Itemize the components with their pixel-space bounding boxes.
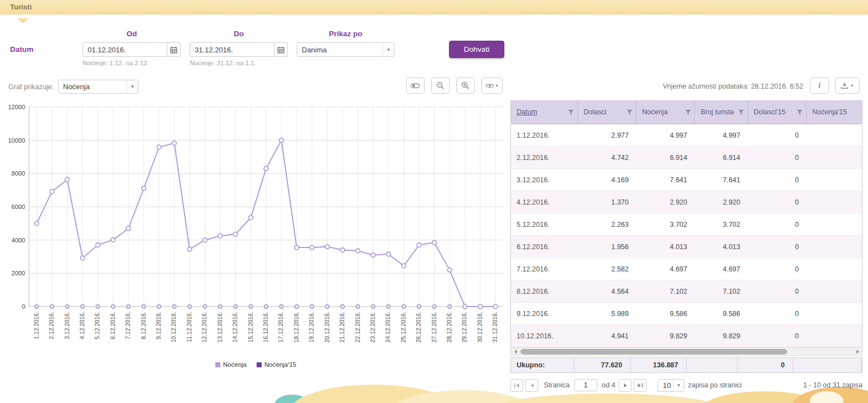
page-tab-turisti[interactable]: Turisti: [10, 3, 32, 11]
column-label: Dolasci'15: [754, 108, 797, 116]
filter-icon[interactable]: [568, 109, 574, 115]
column-header-1[interactable]: Dolasci: [578, 101, 636, 124]
calendar-icon-button[interactable]: [167, 42, 181, 57]
graf-select[interactable]: Noćenja ▼: [58, 80, 138, 94]
table-body: 1.12.2016.2.9774.9974.99702.12.2016.4.74…: [511, 124, 862, 347]
cell-dolasci15: 0: [748, 280, 807, 302]
next-page-button[interactable]: [619, 379, 631, 392]
table-row[interactable]: 10.12.2016.4.9419.8299.8290: [511, 325, 862, 347]
decoration-yellow-circle: [491, 394, 725, 403]
svg-text:22.12.2016.: 22.12.2016.: [354, 312, 361, 342]
calendar-icon: [170, 46, 177, 54]
filter-icon[interactable]: [626, 109, 633, 115]
scroll-right-icon[interactable]: [853, 348, 862, 355]
column-label: Noćenja: [642, 108, 685, 116]
chevron-down-icon: ▼: [383, 43, 394, 56]
svg-text:23.12.2016.: 23.12.2016.: [369, 312, 376, 342]
totals-label: Ukupno:: [511, 358, 575, 372]
chevron-down-icon: ▼: [673, 380, 684, 391]
table-row[interactable]: 7.12.2016.2.5824.6974.6970: [511, 258, 862, 280]
filter-icon[interactable]: [797, 109, 803, 115]
svg-text:4000: 4000: [12, 237, 25, 244]
cell-nocenja: 4.697: [636, 258, 695, 280]
cell-nocenja: 3.702: [636, 213, 695, 235]
series-visibility-button[interactable]: ▼: [481, 77, 503, 94]
svg-text:16.12.2016.: 16.12.2016.: [262, 312, 269, 342]
table-row[interactable]: 8.12.2016.4.5647.1027.1020: [511, 280, 862, 303]
zoom-in-button[interactable]: [456, 77, 475, 94]
calendar-icon-button[interactable]: [274, 42, 288, 57]
table-header-row: DatumDolasciNoćenjaBroj turistaDolasci'1…: [511, 101, 862, 124]
svg-text:31.12.2016.: 31.12.2016.: [491, 312, 498, 342]
legend-swatch: [257, 362, 262, 367]
totals-dolasci: 77.620: [575, 358, 630, 372]
column-header-0[interactable]: Datum: [511, 101, 578, 124]
zoom-in-icon: [461, 81, 470, 90]
scroll-left-icon[interactable]: [511, 348, 519, 355]
page-number-input[interactable]: [574, 379, 597, 391]
column-header-4[interactable]: Dolasci'15: [748, 101, 807, 124]
column-header-2[interactable]: Noćenja: [636, 101, 695, 124]
cell-dolasci15: 0: [748, 147, 807, 168]
svg-text:1.12.2016.: 1.12.2016.: [33, 312, 40, 339]
first-page-button[interactable]: [510, 379, 523, 392]
last-page-button[interactable]: [634, 379, 647, 392]
last-page-icon: [637, 383, 643, 388]
table-row[interactable]: 9.12.2016.5.9899.5869.5860: [511, 303, 862, 325]
table-row[interactable]: 3.12.2016.4.1697.6417.6410: [511, 169, 862, 191]
cell-dolasci: 2.582: [578, 258, 636, 280]
download-icon: [841, 82, 848, 89]
cell-dolasci: 2.263: [578, 213, 636, 235]
info-button[interactable]: i: [810, 77, 829, 94]
table-row[interactable]: 6.12.2016.1.9564.0134.0130: [511, 236, 862, 258]
line-chart: 0200040006000800010000120001.12.2016.2.1…: [3, 101, 508, 365]
column-header-3[interactable]: Broj turista: [695, 101, 748, 124]
legend-item[interactable]: Noćenja'15: [257, 361, 296, 368]
svg-text:9.12.2016.: 9.12.2016.: [155, 312, 162, 339]
cell-broj: 3.702: [695, 213, 748, 235]
filter-icon[interactable]: [685, 109, 691, 115]
cell-dolasci15: 0: [748, 236, 807, 258]
graf-prikazuje-label: Graf prikazuje:: [8, 83, 54, 91]
svg-text:24.12.2016.: 24.12.2016.: [384, 312, 391, 342]
first-page-icon: [514, 383, 520, 388]
date-from-input[interactable]: [83, 42, 167, 57]
zoom-out-button[interactable]: [431, 77, 450, 94]
table-row[interactable]: 5.12.2016.2.2633.7023.7020: [511, 213, 862, 236]
cell-datum: 3.12.2016.: [511, 169, 578, 191]
cell-nocenja: 6.914: [636, 147, 695, 168]
page-size-value: 10: [663, 381, 671, 390]
cell-broj: 4.997: [695, 124, 748, 146]
table-row[interactable]: 2.12.2016.4.7426.9146.9140: [511, 147, 862, 169]
svg-text:8.12.2016.: 8.12.2016.: [140, 312, 147, 339]
graf-select-value: Noćenja: [63, 82, 90, 91]
prikaz-po-value: Danima: [302, 46, 327, 54]
svg-text:6000: 6000: [12, 203, 25, 210]
cell-nocenja15: [807, 303, 862, 324]
prikaz-po-select[interactable]: Danima ▼: [297, 42, 394, 57]
table-row[interactable]: 1.12.2016.2.9774.9974.9970: [511, 124, 862, 147]
cell-datum: 10.12.2016.: [511, 325, 578, 347]
topbar: Turisti: [0, 0, 868, 14]
scrollbar-thumb[interactable]: [520, 349, 787, 355]
prev-page-button[interactable]: [525, 379, 538, 392]
filter-icon[interactable]: [738, 109, 744, 115]
svg-text:3.12.2016.: 3.12.2016.: [64, 312, 70, 339]
page-size-select[interactable]: 10 ▼: [658, 379, 684, 392]
cell-nocenja15: [807, 280, 862, 302]
dohvati-button[interactable]: Dohvati: [449, 41, 504, 58]
cell-datum: 2.12.2016.: [511, 147, 578, 168]
chart-legend: NoćenjaNoćenja'15: [3, 361, 508, 368]
legend-item[interactable]: Noćenja: [215, 361, 247, 368]
table-row[interactable]: 4.12.2016.1.3702.9202.9200: [511, 191, 862, 213]
pan-toggle-button[interactable]: [406, 77, 425, 94]
column-header-5[interactable]: Noćenja'15: [807, 101, 862, 124]
horizontal-scrollbar[interactable]: [510, 347, 862, 356]
stranica-label: Stranica: [544, 381, 570, 389]
date-to-input[interactable]: [190, 42, 274, 57]
svg-text:30.12.2016.: 30.12.2016.: [476, 312, 483, 342]
export-button[interactable]: ▼: [835, 77, 860, 94]
cell-nocenja: 4.997: [636, 124, 695, 146]
svg-text:18.12.2016.: 18.12.2016.: [293, 312, 300, 342]
cell-nocenja15: [807, 325, 862, 347]
